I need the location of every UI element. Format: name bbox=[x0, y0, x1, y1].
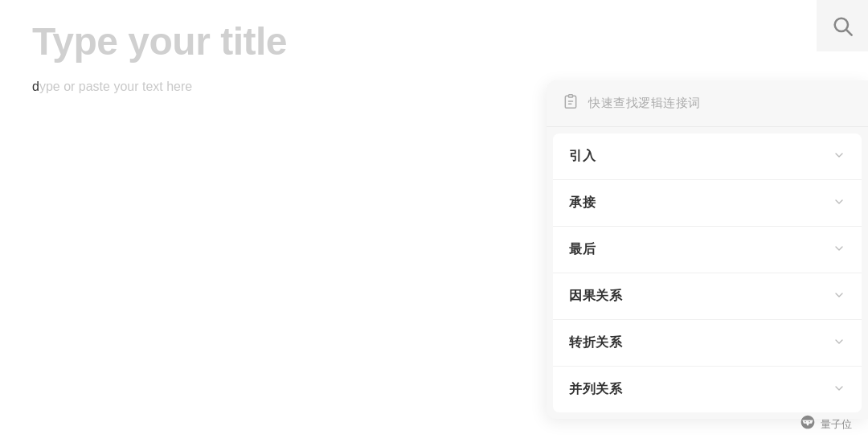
category-item-causal[interactable]: 因果关系 bbox=[553, 273, 862, 320]
category-item-intro[interactable]: 引入 bbox=[553, 133, 862, 180]
chevron-down-icon-follow bbox=[833, 195, 845, 211]
category-item-follow[interactable]: 承接 bbox=[553, 180, 862, 227]
chevron-down-icon-parallel bbox=[833, 382, 845, 397]
svg-line-1 bbox=[846, 30, 851, 35]
category-label-final: 最后 bbox=[569, 241, 596, 258]
watermark: 量子位 bbox=[800, 414, 852, 434]
category-label-follow: 承接 bbox=[569, 195, 596, 211]
text-editor[interactable]: dype or paste your text here bbox=[32, 80, 514, 94]
editor-placeholder: ype or paste your text here bbox=[39, 80, 192, 94]
wechat-icon bbox=[800, 414, 816, 434]
dropdown-panel: 快速查找逻辑连接词 引入承接最后因果关系转折关系并列关系 bbox=[547, 80, 868, 419]
header bbox=[0, 0, 868, 64]
search-icon bbox=[831, 14, 854, 37]
category-item-parallel[interactable]: 并列关系 bbox=[553, 367, 862, 412]
panel-search-placeholder: 快速查找逻辑连接词 bbox=[588, 96, 701, 111]
chevron-down-icon-transition bbox=[833, 335, 845, 351]
main-container: dype or paste your text here 快速查找逻辑连接词 引… bbox=[0, 0, 868, 447]
category-label-transition: 转折关系 bbox=[569, 334, 622, 351]
chevron-down-icon-intro bbox=[833, 149, 845, 164]
clipboard-icon bbox=[563, 93, 579, 113]
brand-label: 量子位 bbox=[821, 417, 852, 432]
title-input[interactable] bbox=[32, 19, 514, 64]
category-item-transition[interactable]: 转折关系 bbox=[553, 320, 862, 367]
category-item-final[interactable]: 最后 bbox=[553, 227, 862, 273]
category-label-causal: 因果关系 bbox=[569, 288, 622, 305]
cursor-char: d bbox=[32, 80, 39, 94]
category-label-parallel: 并列关系 bbox=[569, 381, 622, 398]
panel-search-bar: 快速查找逻辑连接词 bbox=[547, 80, 868, 127]
chevron-down-icon-causal bbox=[833, 289, 845, 304]
svg-rect-2 bbox=[569, 95, 573, 97]
category-label-intro: 引入 bbox=[569, 148, 596, 165]
search-button[interactable] bbox=[817, 0, 868, 51]
chevron-down-icon-final bbox=[833, 242, 845, 257]
category-list: 引入承接最后因果关系转折关系并列关系 bbox=[553, 133, 862, 412]
